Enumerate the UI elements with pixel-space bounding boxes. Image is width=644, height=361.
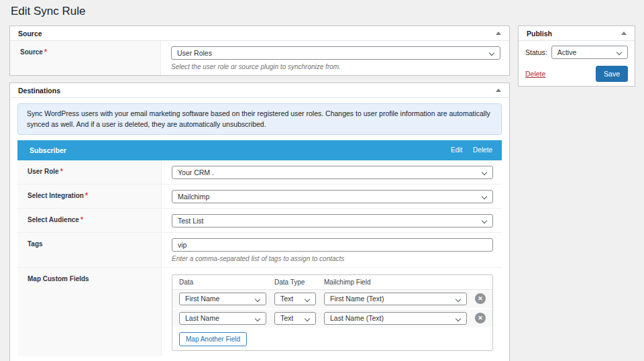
map-fields-label-cell: Map Custom Fields xyxy=(17,268,162,356)
mailchimp-field-select[interactable]: First Name (Text) xyxy=(324,293,467,305)
data-select-value: Last Name xyxy=(185,314,219,322)
status-row: Status: Active xyxy=(525,46,628,59)
remove-mapping-button[interactable]: ✕ xyxy=(475,313,486,323)
data-type-select[interactable]: Text xyxy=(274,293,316,305)
mapping-row: First Name Text xyxy=(172,290,492,309)
integration-select[interactable]: Mailchimp xyxy=(172,190,493,203)
tags-label-cell: Tags xyxy=(17,233,162,267)
destinations-panel-title: Destinations xyxy=(18,87,60,95)
subscriber-delete-link[interactable]: Delete xyxy=(473,146,492,154)
required-asterisk: * xyxy=(60,168,63,175)
tags-label: Tags xyxy=(28,240,43,248)
map-fields-header: Data Data Type Mailchimp Field xyxy=(172,275,492,290)
user-role-label-cell: User Role* xyxy=(17,160,162,184)
publish-panel: Publish Status: Active Delete Save xyxy=(518,25,635,87)
user-role-label: User Role xyxy=(28,168,59,175)
subscriber-edit-link[interactable]: Edit xyxy=(451,146,462,154)
source-panel-title: Source xyxy=(18,30,42,38)
column-header-data-type: Data Type xyxy=(274,278,324,286)
collapse-toggle-icon[interactable] xyxy=(496,32,501,35)
user-role-select[interactable]: Your CRM . xyxy=(172,166,493,179)
audience-select-value: Test List xyxy=(178,217,204,225)
integration-label: Select Integration xyxy=(28,192,84,199)
destinations-panel-header: Destinations xyxy=(10,83,509,98)
publish-panel-title: Publish xyxy=(527,30,552,38)
collapse-toggle-icon[interactable] xyxy=(496,89,501,92)
destinations-panel: Destinations Sync WordPress users with y… xyxy=(9,83,510,361)
audience-label-cell: Select Audience* xyxy=(17,209,162,232)
page-title: Edit Sync Rule xyxy=(11,5,86,18)
data-select[interactable]: First Name xyxy=(179,293,266,305)
delete-link[interactable]: Delete xyxy=(525,70,545,78)
column-header-data: Data xyxy=(179,278,274,286)
mailchimp-field-select-value: Last Name (Text) xyxy=(330,314,384,322)
publish-actions: Delete Save xyxy=(525,66,628,82)
status-label: Status: xyxy=(525,48,547,56)
audience-select[interactable]: Test List xyxy=(172,214,493,227)
column-header-mailchimp-field: Mailchimp Field xyxy=(324,278,472,286)
close-icon: ✕ xyxy=(478,315,483,321)
data-type-select[interactable]: Text xyxy=(274,312,316,325)
save-button[interactable]: Save xyxy=(596,66,628,82)
source-helper-text: Select the user role or source plugin to… xyxy=(171,63,500,70)
subscriber-header-bar: Subscriber Edit Delete xyxy=(17,140,502,160)
user-role-row: User Role* Your CRM . xyxy=(17,160,502,184)
mailchimp-field-select-value: First Name (Text) xyxy=(330,295,384,303)
audience-label: Select Audience xyxy=(28,216,79,223)
integration-label-cell: Select Integration* xyxy=(17,185,162,208)
main-column: Source Source* User Roles Select the use… xyxy=(9,25,510,361)
map-another-field-button[interactable]: Map Another Field xyxy=(179,332,247,346)
destinations-body: Sync WordPress users with your email mar… xyxy=(10,98,509,361)
source-panel: Source Source* User Roles Select the use… xyxy=(9,25,510,76)
publish-panel-header: Publish xyxy=(519,26,635,41)
source-select[interactable]: User Roles xyxy=(171,46,500,60)
data-type-select-value: Text xyxy=(280,295,293,303)
map-fields-label: Map Custom Fields xyxy=(28,275,89,282)
tags-input[interactable] xyxy=(172,238,493,252)
required-asterisk: * xyxy=(80,216,83,223)
tags-helper-text: Enter a comma-separated list of tags to … xyxy=(172,255,493,262)
integration-row: Select Integration* Mailchimp xyxy=(17,184,502,208)
publish-body: Status: Active Delete Save xyxy=(519,41,635,86)
required-asterisk: * xyxy=(44,48,47,56)
close-icon: ✕ xyxy=(478,295,483,302)
map-fields-table: Data Data Type Mailchimp Field First Nam… xyxy=(172,274,493,351)
required-asterisk: * xyxy=(85,192,88,199)
sidebar-column: Publish Status: Active Delete Save xyxy=(518,25,635,87)
integration-select-value: Mailchimp xyxy=(178,193,209,201)
source-row: Source* User Roles Select the user role … xyxy=(10,41,509,75)
source-panel-header: Source xyxy=(10,26,509,41)
source-label: Source xyxy=(20,48,43,56)
info-notice: Sync WordPress users with your email mar… xyxy=(17,103,502,135)
map-fields-row: Map Custom Fields Data Data Type Mailchi… xyxy=(17,267,502,356)
data-type-select-value: Text xyxy=(280,314,293,322)
user-role-select-value: Your CRM . xyxy=(178,168,214,176)
source-select-value: User Roles xyxy=(177,49,212,57)
status-select-value: Active xyxy=(557,48,577,56)
data-select[interactable]: Last Name xyxy=(179,312,266,325)
subscriber-section: Subscriber Edit Delete User Role* Your C… xyxy=(17,140,502,356)
remove-mapping-button[interactable]: ✕ xyxy=(475,293,486,304)
mailchimp-field-select[interactable]: Last Name (Text) xyxy=(324,312,467,325)
source-field-cell: User Roles Select the user role or sourc… xyxy=(161,41,509,75)
source-label-cell: Source* xyxy=(10,41,161,75)
collapse-toggle-icon[interactable] xyxy=(621,32,627,35)
mapping-row: Last Name Text L xyxy=(172,309,492,329)
tags-row: Tags Enter a comma-separated list of tag… xyxy=(17,232,502,267)
map-fields-footer: Map Another Field xyxy=(172,329,492,350)
subscriber-title: Subscriber xyxy=(30,146,66,154)
status-select[interactable]: Active xyxy=(551,46,628,59)
data-select-value: First Name xyxy=(185,295,219,303)
audience-row: Select Audience* Test List xyxy=(17,208,502,232)
subscriber-actions: Edit Delete xyxy=(442,146,492,154)
